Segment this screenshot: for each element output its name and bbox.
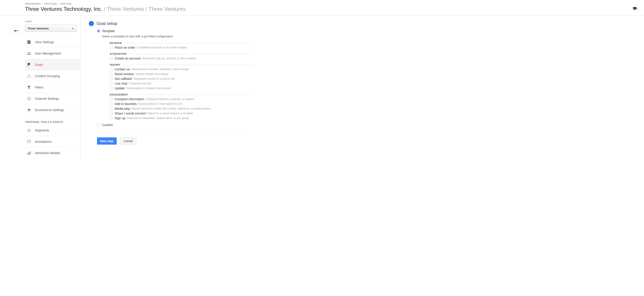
option-radio[interactable]	[110, 46, 113, 49]
svg-point-5	[30, 111, 30, 111]
template-option[interactable]: Live chatContacted via chat	[110, 82, 252, 85]
option-description: Viewed phone number, directions, chat or…	[131, 68, 188, 71]
template-radio-row[interactable]: Template	[97, 29, 252, 33]
sidebar-item-attribution-models[interactable]: Attribution Models	[25, 147, 80, 159]
group-label: ENGAGEMENT	[110, 93, 128, 96]
template-radio-label[interactable]: Template	[102, 29, 115, 33]
sidebar: VIEW Three Ventures ▼ View Settings User…	[25, 16, 81, 160]
option-description: Subscribe to newsletter, update alerts, …	[127, 117, 189, 120]
sidebar-item-goals[interactable]: Goals	[25, 59, 80, 70]
option-radio[interactable]	[110, 117, 113, 120]
template-option[interactable]: Compare informationCompared features, pr…	[110, 97, 252, 101]
breadcrumb-view-goals[interactable]: View Goals	[44, 2, 57, 5]
template-option[interactable]: Contact usViewed phone number, direction…	[110, 67, 252, 71]
template-option[interactable]: Place an orderCompleted purchase or pre-…	[110, 46, 252, 49]
sidebar-item-user-management[interactable]: User Management	[25, 48, 80, 59]
option-description: Requested service or a phone call	[134, 77, 174, 80]
template-option[interactable]: Create an accountSuccessful sign up, acc…	[110, 57, 252, 60]
option-name[interactable]: Live chat	[115, 82, 127, 85]
group-label: INQUIRY	[110, 63, 120, 66]
custom-radio-row[interactable]: Custom	[97, 123, 252, 127]
funnel-icon	[27, 86, 31, 89]
option-name[interactable]: Update	[115, 86, 125, 90]
sidebar-item-content-grouping[interactable]: Content Grouping	[25, 70, 80, 82]
option-radio[interactable]	[110, 68, 113, 71]
option-radio[interactable]	[110, 112, 113, 115]
page-title: Three Ventures Technology, Inc. / Three …	[25, 6, 644, 12]
template-radio[interactable]	[97, 29, 100, 33]
next-step-button[interactable]: Next step	[97, 137, 117, 145]
option-radio[interactable]	[110, 82, 113, 85]
option-description: Completed purchase or pre-order request	[137, 46, 187, 49]
sidebar-item-filters[interactable]: Filters	[25, 82, 80, 93]
breadcrumb-admin[interactable]: Administration	[25, 2, 41, 5]
option-radio[interactable]	[110, 98, 113, 101]
option-radio[interactable]	[110, 77, 113, 80]
option-description: Viewed reviews and ratings	[135, 72, 168, 76]
option-name[interactable]: Read reviews	[115, 72, 134, 76]
option-name[interactable]: Add to favorites	[115, 102, 137, 106]
breadcrumb: Administration › View Goals › New Goal	[25, 2, 644, 5]
svg-point-0	[28, 52, 28, 53]
page-icon	[27, 40, 31, 44]
template-group: ACQUISITIONCreate an accountSuccessful s…	[110, 52, 252, 60]
template-group: REVENUEPlace an orderCompleted purchase …	[110, 42, 252, 49]
option-description: Contacted via chat	[129, 82, 151, 85]
option-description: Played interactive media, like a video, …	[132, 107, 211, 110]
option-radio[interactable]	[110, 107, 113, 110]
main-panel: 1 Goal setup Template Select a template …	[81, 16, 644, 160]
sidebar-item-channel-settings[interactable]: Channel Settings	[25, 93, 80, 104]
option-name[interactable]: Contact us	[115, 67, 130, 71]
option-name[interactable]: Get callback	[115, 77, 132, 81]
sidebar-section-personal: PERSONAL TOOLS & ASSETS	[25, 116, 80, 125]
option-name[interactable]: Share / social connect	[115, 112, 146, 115]
custom-radio[interactable]	[97, 123, 100, 127]
template-option[interactable]: Media playPlayed interactive media, like…	[110, 107, 252, 110]
step-number-badge: 1	[89, 21, 94, 26]
step-title: Goal setup	[96, 21, 118, 26]
template-option[interactable]: Add to favoritesSaved product or informa…	[110, 102, 252, 106]
sidebar-item-annotations[interactable]: Annotations	[25, 136, 80, 147]
back-button[interactable]	[12, 28, 20, 34]
option-name[interactable]: Place an order	[115, 46, 135, 49]
template-group: INQUIRYContact usViewed phone number, di…	[110, 63, 252, 90]
svg-point-1	[29, 52, 30, 53]
svg-point-4	[28, 111, 29, 111]
sidebar-item-ecommerce-settings[interactable]: Ecommerce Settings	[25, 104, 80, 116]
svg-rect-6	[28, 153, 28, 154]
sidebar-item-view-settings[interactable]: View Settings	[25, 36, 80, 48]
education-icon[interactable]	[632, 7, 637, 11]
chevron-down-icon: ▼	[72, 27, 74, 30]
option-name[interactable]: Media play	[115, 107, 130, 110]
option-description: Shared to a social network or emailed	[147, 112, 193, 115]
channel-icon	[27, 97, 31, 100]
template-option[interactable]: Read reviewsViewed reviews and ratings	[110, 72, 252, 76]
sidebar-nav: View Settings User Management Goals Cont…	[25, 36, 80, 159]
custom-radio-label[interactable]: Custom	[102, 123, 113, 127]
svg-point-2	[30, 52, 31, 53]
template-option[interactable]: UpdateDownloaded or installed new versio…	[110, 86, 252, 90]
template-option[interactable]: Get callbackRequested service or a phone…	[110, 77, 252, 81]
option-radio[interactable]	[110, 102, 113, 106]
cart-icon	[27, 108, 31, 112]
view-dropdown[interactable]: Three Ventures ▼	[25, 25, 76, 32]
option-name[interactable]: Compare information	[115, 97, 144, 101]
segments-icon	[27, 129, 31, 132]
option-radio[interactable]	[110, 57, 113, 60]
option-radio[interactable]	[110, 87, 113, 90]
page-header: Administration › View Goals › New Goal T…	[0, 0, 644, 16]
option-description: Saved product or information to a list	[138, 102, 182, 106]
view-label: VIEW	[25, 20, 80, 23]
grouping-icon	[27, 74, 31, 78]
sidebar-item-segments[interactable]: Segments	[25, 125, 80, 136]
cancel-button[interactable]: Cancel	[120, 137, 137, 145]
option-name[interactable]: Create an account	[115, 57, 140, 60]
option-radio[interactable]	[110, 72, 113, 76]
step-header: 1 Goal setup	[89, 21, 644, 26]
button-row: Next step Cancel	[97, 137, 252, 145]
template-group: ENGAGEMENTCompare informationCompared fe…	[110, 93, 252, 120]
template-option[interactable]: Share / social connectShared to a social…	[110, 112, 252, 115]
option-name[interactable]: Sign up	[115, 116, 125, 120]
bars-icon	[27, 151, 31, 154]
template-option[interactable]: Sign upSubscribe to newsletter, update a…	[110, 116, 252, 120]
